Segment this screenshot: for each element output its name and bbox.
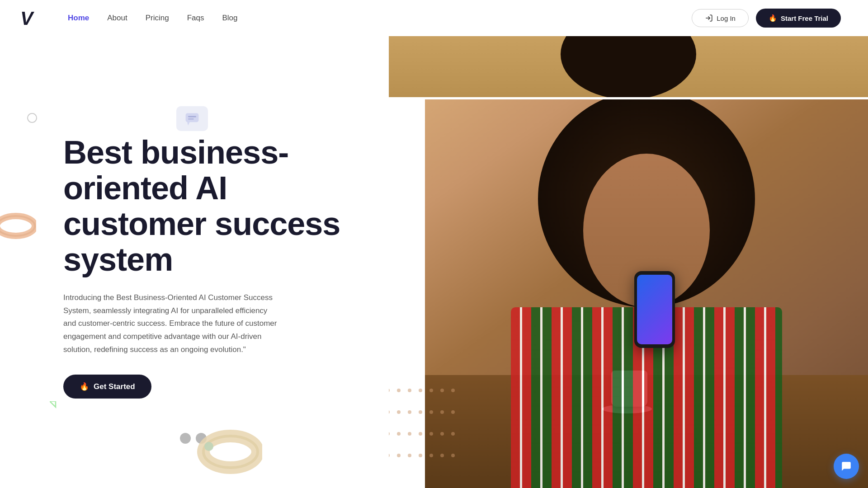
dot (419, 454, 422, 457)
nav-item-home[interactable]: Home (68, 14, 89, 23)
dot (389, 389, 390, 392)
svg-rect-2 (186, 113, 199, 122)
dot (429, 410, 433, 414)
dot (408, 389, 411, 392)
logo[interactable]: V (18, 7, 41, 29)
svg-point-9 (180, 433, 191, 444)
nav-item-about[interactable]: About (107, 14, 127, 23)
main-container: Best business-oriented AI customer succe… (0, 0, 868, 488)
chat-support-button[interactable] (834, 454, 859, 479)
deco-circle (27, 113, 37, 123)
fire-icon: 🔥 (769, 14, 777, 22)
torus-decoration (172, 416, 262, 474)
nav-left: V Home About Pricing Faqs Blog (18, 7, 237, 29)
login-icon (705, 14, 713, 22)
get-started-button[interactable]: 🔥 Get Started (63, 375, 151, 399)
dot (440, 432, 444, 436)
arrow-decoration-icon (50, 401, 61, 413)
dot (429, 454, 433, 457)
nav-item-faqs[interactable]: Faqs (187, 14, 204, 23)
svg-marker-8 (50, 401, 56, 407)
left-section: Best business-oriented AI customer succe… (0, 36, 389, 488)
deco-arrow (50, 401, 61, 416)
dot (419, 410, 422, 414)
svg-text:V: V (20, 8, 34, 29)
cta-label: Get Started (94, 382, 135, 391)
dot (451, 389, 455, 392)
nav-item-pricing[interactable]: Pricing (146, 14, 169, 23)
dot (429, 389, 433, 392)
dot (429, 432, 433, 436)
top-section-image (389, 36, 868, 97)
dot (389, 410, 390, 414)
dot (451, 454, 455, 457)
right-section (389, 36, 868, 488)
deco-torus-bottom (172, 416, 244, 461)
hero-description: Introducing the Best Business-Oriented A… (63, 291, 280, 357)
svg-point-13 (204, 442, 213, 451)
navbar: V Home About Pricing Faqs Blog Log In 🔥 … (0, 0, 868, 36)
dot (408, 454, 411, 457)
trial-button[interactable]: 🔥 Start Free Trial (756, 9, 841, 28)
dot (440, 410, 444, 414)
nav-links: Home About Pricing Faqs Blog (68, 14, 237, 23)
trial-label: Start Free Trial (781, 14, 828, 22)
dot (397, 454, 401, 457)
svg-rect-4 (188, 116, 196, 117)
dot (389, 454, 390, 457)
login-button[interactable]: Log In (692, 9, 749, 27)
dot (397, 432, 401, 436)
hero-image-frame (425, 99, 868, 488)
dots-pattern (389, 389, 457, 470)
dot (440, 389, 444, 392)
hero-title: Best business-oriented AI customer succe… (63, 135, 362, 278)
dot (389, 432, 390, 436)
nav-link-faqs[interactable]: Faqs (187, 14, 204, 22)
nav-link-pricing[interactable]: Pricing (146, 14, 169, 22)
fire-icon-cta: 🔥 (80, 382, 89, 391)
chat-icon (840, 460, 852, 472)
dot (408, 410, 411, 414)
dot (440, 454, 444, 457)
svg-marker-3 (187, 122, 189, 125)
logo-icon: V (18, 7, 41, 29)
login-label: Log In (717, 14, 736, 22)
dot (408, 432, 411, 436)
svg-rect-5 (188, 118, 194, 120)
dot (451, 432, 455, 436)
nav-link-about[interactable]: About (107, 14, 127, 22)
nav-link-home[interactable]: Home (68, 14, 89, 22)
nav-link-blog[interactable]: Blog (222, 14, 237, 22)
nav-item-blog[interactable]: Blog (222, 14, 237, 23)
dot (419, 389, 422, 392)
dot (397, 389, 401, 392)
deco-chat-icon (176, 106, 208, 131)
chat-decoration-icon (184, 111, 200, 127)
phone-object (634, 271, 675, 348)
dot (451, 410, 455, 414)
deco-ring-left (0, 208, 36, 239)
ring-decoration (0, 208, 36, 239)
top-hair-decoration (561, 36, 696, 97)
dot (397, 410, 401, 414)
dot (419, 432, 422, 436)
nav-right: Log In 🔥 Start Free Trial (692, 9, 841, 28)
phone-screen (637, 275, 672, 344)
